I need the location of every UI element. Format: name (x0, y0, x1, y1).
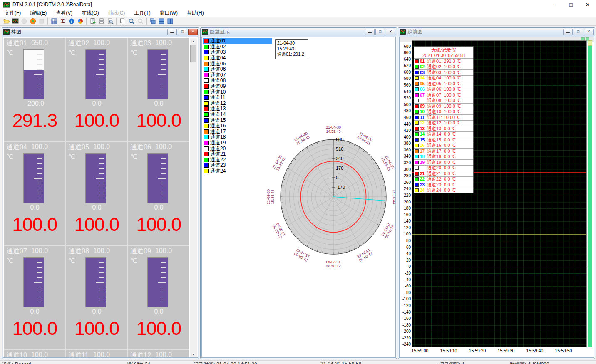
gauge-tick (99, 277, 104, 278)
bar-gauge-grid: 通道01650.0℃-200.0291.3通道02100.0℃0.0100.0通… (4, 38, 189, 357)
bar-gauge-cell-通道01: 通道01650.0℃-200.0291.3 (4, 38, 65, 141)
menu-item-3[interactable]: 查看(V) (51, 9, 77, 17)
gauge-current-value: 100.0 (4, 214, 65, 235)
info-icon[interactable]: i (67, 17, 76, 25)
disc-window-titlebar[interactable]: 圆盘显示 ▬ □ ✕ (201, 28, 397, 36)
gauge-track (85, 49, 106, 99)
gauge-channel-label: 通道02 (68, 39, 92, 47)
print-icon[interactable] (97, 17, 106, 25)
legend-color-swatch (415, 99, 419, 102)
gauge-current-value: 100.0 (66, 110, 127, 131)
bar-window-close-button[interactable]: ✕ (188, 29, 198, 35)
x-axis-tick-label: 15:59:50 (551, 348, 576, 353)
y-axis-tick-label: -220 (400, 336, 411, 340)
bar-window-restore-button[interactable]: □ (178, 29, 187, 35)
scroll-down-button[interactable]: ▼ (190, 351, 197, 357)
disc-window-restore-button[interactable]: □ (375, 29, 385, 35)
gauge-tick (99, 267, 104, 268)
gauge-max-value: 100.0 (155, 143, 172, 151)
y-axis-tick-label: -200 (400, 329, 411, 334)
y-axis-tick-label: 580 (400, 76, 411, 81)
record-icon[interactable] (28, 17, 37, 25)
trend-scroll-thumb[interactable] (588, 40, 592, 46)
app-minimize-button[interactable]: – (546, 0, 563, 9)
gauge-max-value: 100.0 (155, 247, 172, 255)
statistics-sigma-icon[interactable]: Σ (58, 17, 67, 25)
gauge-tick (99, 198, 104, 198)
channel-color-swatch (204, 112, 209, 117)
export-icon[interactable] (88, 17, 97, 25)
gauge-min-value: 0.0 (4, 308, 65, 315)
disc-window-minimize-button[interactable]: ▬ (365, 29, 375, 35)
gauge-max-value: 650.0 (31, 39, 48, 47)
legend-row-03: 03通道03: 100.0 ℃ (414, 69, 473, 75)
legend-channel-value: 通道24: 0.0 ℃ (427, 187, 456, 193)
pie-chart-icon[interactable] (76, 17, 84, 25)
data-table-icon[interactable] (50, 17, 58, 25)
gauge-track (147, 49, 168, 99)
stop-square-icon (37, 17, 46, 25)
legend-row-11: 11通道11: 100.0 ℃ (414, 114, 473, 120)
y-axis-tick-label: 120 (400, 225, 411, 230)
y-axis-tick-label: 680 (400, 44, 411, 49)
legend-channel-number: 20 (420, 166, 427, 170)
channel-color-swatch (204, 62, 209, 66)
scroll-up-button[interactable]: ▲ (190, 38, 197, 45)
gauge-tick (37, 292, 42, 292)
gauge-tick (161, 198, 166, 198)
tile-horizontal-icon[interactable] (157, 17, 166, 25)
gauge-tick (37, 302, 42, 302)
bar-window-scrollbar[interactable]: ▲ ▼ (190, 38, 197, 357)
app-close-button[interactable]: ✕ (579, 0, 596, 9)
y-axis-tick-label: 160 (400, 213, 411, 217)
print-preview-icon[interactable] (106, 17, 114, 25)
gauge-tick (161, 267, 166, 268)
zoom-out-icon (136, 17, 144, 25)
y-axis-tick-label: 80 (400, 238, 411, 243)
menu-item-1[interactable]: 文件(F) (0, 9, 25, 17)
open-folder-icon[interactable] (2, 17, 11, 25)
channel-color-swatch (204, 84, 209, 89)
trend-window-minimize-button[interactable]: ▬ (563, 29, 573, 35)
legend-color-swatch (415, 132, 419, 136)
bar-window-minimize-button[interactable]: ▬ (167, 29, 177, 35)
copy-icon[interactable] (118, 17, 127, 25)
app-restore-button[interactable]: □ (563, 0, 579, 9)
tile-vertical-icon[interactable] (166, 17, 174, 25)
trend-window-titlebar[interactable]: 趋势图 ▬ □ ✕ (398, 28, 595, 36)
gauge-channel-label: 通道01 (6, 39, 30, 47)
bar-window-titlebar[interactable]: 棒图 ▬ □ ✕ (2, 28, 199, 36)
svg-text:i: i (71, 19, 72, 24)
gauge-channel-label: 通道07 (6, 247, 30, 255)
menu-item-8[interactable]: 帮助(H) (182, 9, 209, 17)
menu-item-2[interactable]: 编辑(E) (25, 9, 51, 17)
gauge-tick (37, 277, 42, 278)
gauge-tick (99, 272, 104, 273)
legend-row-13: 13通道13: 0.0 ℃ (414, 126, 473, 131)
gauge-tick (161, 173, 166, 174)
y-axis-tick-label: -60 (400, 284, 411, 288)
legend-channel-number: 05 (420, 82, 427, 86)
app-titlebar[interactable]: DTM 2.0.1 [C:\DTM 2.0.2\RealData] – □ ✕ (0, 0, 596, 9)
gauge-tick (37, 59, 42, 60)
menu-item-6[interactable]: 工具(T) (129, 9, 155, 17)
legend-color-swatch (415, 110, 419, 114)
scroll-thumb[interactable] (190, 45, 196, 62)
gauge-tick (161, 287, 166, 287)
trend-vertical-scrollbar[interactable] (588, 40, 592, 347)
zoom-icon[interactable] (127, 17, 136, 25)
gauge-tick (161, 292, 166, 292)
realtime-monitor-icon[interactable] (11, 17, 20, 25)
legend-row-02: 02通道02: 100.0 ℃ (414, 64, 473, 70)
menu-item-4[interactable]: 在线(O) (77, 9, 103, 17)
gauge-channel-label: 通道08 (68, 247, 92, 255)
gauge-tick (161, 79, 166, 79)
trend-window-restore-button[interactable]: □ (574, 29, 583, 35)
channel-color-swatch (204, 45, 209, 49)
gauge-min-value: -200.0 (4, 100, 65, 107)
cascade-windows-icon[interactable] (148, 17, 157, 25)
disc-window-close-button[interactable]: ✕ (386, 29, 395, 35)
gauge-tick (96, 178, 104, 179)
menu-item-7[interactable]: 窗口(W) (155, 9, 182, 17)
trend-window-close-button[interactable]: ✕ (584, 29, 594, 35)
